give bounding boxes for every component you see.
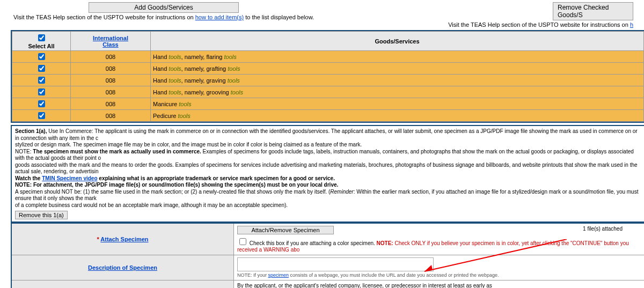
table-row: 008Hand tools, namely, flaring tools xyxy=(12,51,644,63)
description-input[interactable] xyxy=(237,257,434,271)
remove-checked-goods-button[interactable]: Remove Checked Goods/S xyxy=(553,2,633,20)
table-row: 008Pedicure tools xyxy=(12,110,644,122)
select-all-checkbox[interactable] xyxy=(38,34,45,41)
row-checkbox[interactable] xyxy=(38,77,45,84)
row-checkbox-cell xyxy=(12,86,71,98)
table-row: 008Hand tools, namely, graving tools xyxy=(12,75,644,86)
description-link[interactable]: Description of Specimen xyxy=(88,264,157,271)
row-checkbox-cell xyxy=(12,98,71,110)
table-row: 008Manicure tools xyxy=(12,98,644,110)
row-checkbox-cell xyxy=(12,110,71,122)
row-checkbox-cell xyxy=(12,75,71,86)
help-text-left: Visit the TEAS Help section of the USPTO… xyxy=(11,14,317,20)
specimen-note-link[interactable]: specimen xyxy=(268,272,289,278)
intl-class-header[interactable]: International Class xyxy=(71,32,151,51)
remove-1a-button[interactable]: Remove this 1(a) xyxy=(15,211,68,219)
goods-desc-cell: Hand tools, namely, grooving tools xyxy=(151,86,644,98)
row-checkbox[interactable] xyxy=(38,88,45,95)
goods-desc-cell: Manicure tools xyxy=(151,98,644,110)
table-row: 008Hand tools, namely, grafting tools xyxy=(12,63,644,75)
goods-table: Select All International Class Goods/Ser… xyxy=(12,31,644,122)
color-specimen-checkbox[interactable] xyxy=(239,238,246,245)
class-cell: 008 xyxy=(71,86,151,98)
row-checkbox-cell xyxy=(12,63,71,75)
table-row: 008Hand tools, namely, grooving tools xyxy=(12,86,644,98)
class-cell: 008 xyxy=(71,110,151,122)
how-to-add-link[interactable]: how to add item(s) xyxy=(195,14,244,20)
row-checkbox[interactable] xyxy=(38,112,45,119)
how-to-right-link[interactable]: h xyxy=(630,21,633,28)
row-checkbox[interactable] xyxy=(38,53,45,60)
row-checkbox-cell xyxy=(12,51,71,63)
goods-desc-cell: Hand tools, namely, flaring tools xyxy=(151,51,644,63)
file-count: 1 file(s) attached xyxy=(583,226,623,232)
attach-specimen-link[interactable]: Attach Specimen xyxy=(100,236,148,242)
select-all-header[interactable]: Select All xyxy=(12,32,71,51)
help-text-right: Visit the TEAS Help section of the USPTO… xyxy=(327,21,633,28)
class-cell: 008 xyxy=(71,75,151,86)
goods-desc-cell: Hand tools, namely, graving tools xyxy=(151,75,644,86)
goods-desc-cell: Hand tools, namely, grafting tools xyxy=(151,63,644,75)
section-1a-panel: Section 1(a), Use In Commerce: The appli… xyxy=(11,125,644,223)
desc-note: NOTE: If your specimen consists of a web… xyxy=(237,272,641,278)
class-cell: 008 xyxy=(71,63,151,75)
goods-services-header: Goods/Services xyxy=(151,32,644,51)
attach-remove-specimen-button[interactable]: Attach/Remove Specimen xyxy=(237,226,334,234)
row-checkbox[interactable] xyxy=(38,65,45,72)
row-checkbox[interactable] xyxy=(38,100,45,107)
class-cell: 008 xyxy=(71,98,151,110)
class-cell: 008 xyxy=(71,51,151,63)
goods-desc-cell: Pedicure tools xyxy=(151,110,644,122)
add-goods-button[interactable]: Add Goods/Services xyxy=(89,2,239,13)
form-area: * Attach Specimen Attach/Remove Specimen… xyxy=(11,223,644,288)
tmin-video-link[interactable]: TMIN Specimen video xyxy=(42,175,97,181)
